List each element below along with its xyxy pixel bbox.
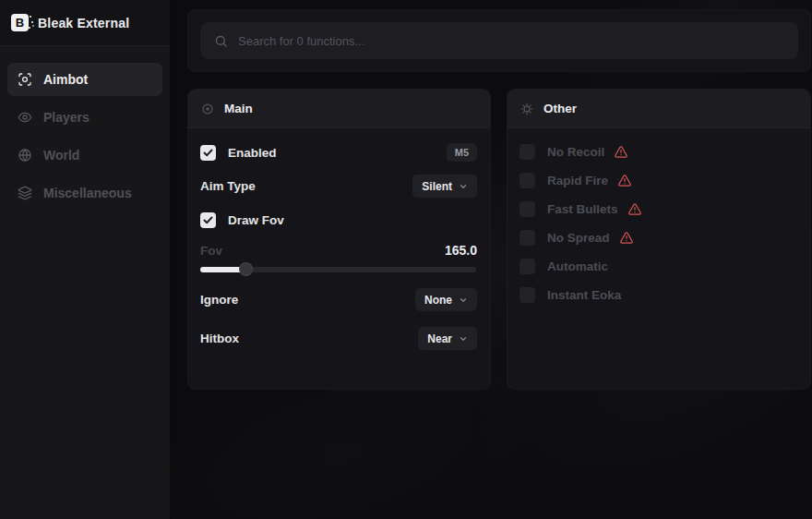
fast-bullets-row: Fast Bullets [519,199,797,218]
automatic-label: Automatic [547,260,608,273]
search-icon [214,34,228,48]
hitbox-row: Hitbox Near [200,327,477,350]
main-panel-header: Main [188,90,490,128]
draw-fov-row: Draw Fov [200,209,477,231]
sidebar-item-label: Players [43,110,90,125]
hitbox-dropdown[interactable]: Near [418,327,477,350]
rapid-fire-row: Rapid Fire [519,171,797,189]
fov-label: Fov [200,244,222,258]
enabled-row: Enabled M5 [200,141,477,163]
search-box[interactable] [200,22,798,59]
aim-type-dropdown[interactable]: Silent [412,175,477,198]
instant-eoka-label: Instant Eoka [547,288,621,302]
ignore-value: None [424,294,452,307]
fast-bullets-label: Fast Bullets [547,202,618,216]
chevron-down-icon [459,334,468,344]
layers-icon [18,186,32,200]
aim-type-label: Aim Type [200,179,256,193]
app-logo-icon: B [11,14,29,31]
sidebar-item-label: World [43,148,79,163]
no-recoil-label: No Recoil [547,145,604,159]
crosshair-scan-icon [18,72,32,87]
no-recoil-row: No Recoil [519,142,797,161]
enabled-keybind-button[interactable]: M5 [447,143,477,162]
fov-slider[interactable] [200,267,476,272]
no-recoil-checkbox[interactable] [519,144,535,160]
warning-triangle-icon [627,202,642,216]
no-spread-label: No Spread [547,231,610,245]
search-input[interactable] [238,34,784,48]
warning-triangle-icon [614,145,628,159]
sidebar-nav: Aimbot Players World [0,46,170,210]
no-spread-checkbox[interactable] [519,230,535,246]
chevron-down-icon [459,182,468,191]
enabled-label: Enabled [228,146,277,160]
enabled-checkbox[interactable] [200,145,216,161]
ignore-row: Ignore None [200,288,477,311]
draw-fov-checkbox[interactable] [200,212,216,228]
ignore-dropdown[interactable]: None [415,288,477,311]
other-panel-header: Other [508,90,810,128]
draw-fov-label: Draw Fov [228,213,284,227]
sidebar: B Bleak External Aimbot Players [0,0,171,519]
eye-icon [18,110,32,125]
fov-slider-handle[interactable] [239,262,253,276]
sidebar-item-players[interactable]: Players [7,101,162,134]
search-container [187,9,811,72]
main-panel: Main Enabled M5 Aim Type Silent [187,89,491,390]
other-panel-title: Other [543,102,577,115]
warning-triangle-icon [619,231,634,245]
fast-bullets-checkbox[interactable] [519,201,535,217]
aim-type-row: Aim Type Silent [200,175,477,198]
warning-triangle-icon [617,174,632,187]
ignore-label: Ignore [200,293,238,307]
instant-eoka-row: Instant Eoka [519,285,797,304]
sidebar-item-aimbot[interactable]: Aimbot [7,63,162,96]
gear-icon [520,103,533,115]
chevron-down-icon [459,296,468,305]
main-panel-body: Enabled M5 Aim Type Silent Draw Fov [188,128,490,350]
fov-row: Fov 165.0 [200,241,477,260]
no-spread-row: No Spread [519,228,797,247]
other-panel: Other No Recoil Rapid Fire [507,89,811,390]
automatic-checkbox[interactable] [519,259,535,274]
instant-eoka-checkbox[interactable] [519,287,535,303]
main-content: Main Enabled M5 Aim Type Silent [172,0,812,519]
globe-icon [18,148,32,163]
sidebar-item-miscellaneous[interactable]: Miscellaneous [7,176,162,210]
aim-type-value: Silent [422,180,452,193]
hitbox-label: Hitbox [200,332,239,345]
other-panel-body: No Recoil Rapid Fire Fast Bull [508,128,810,304]
sidebar-item-label: Miscellaneous [43,186,132,200]
rapid-fire-checkbox[interactable] [519,173,535,188]
fov-value: 165.0 [445,243,477,258]
sidebar-item-world[interactable]: World [7,139,162,172]
sidebar-header: B Bleak External [0,0,170,46]
hitbox-value: Near [427,332,452,345]
target-icon [201,103,214,115]
automatic-row: Automatic [519,257,797,275]
rapid-fire-label: Rapid Fire [547,174,608,187]
fov-slider-row [200,263,477,277]
sidebar-item-label: Aimbot [43,72,88,87]
app-title: Bleak External [38,16,129,30]
main-panel-title: Main [224,102,253,115]
